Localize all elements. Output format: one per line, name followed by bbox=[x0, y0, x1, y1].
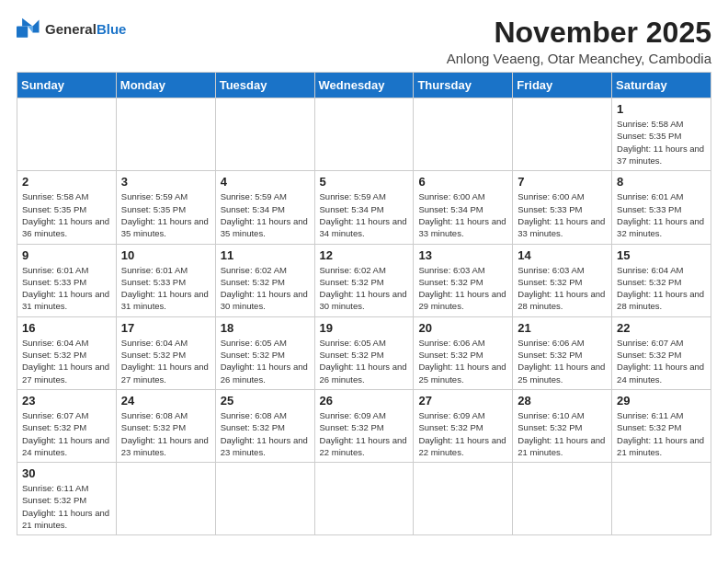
logo-text: GeneralBlue bbox=[45, 22, 126, 38]
calendar-day-cell: 28Sunrise: 6:10 AM Sunset: 5:32 PM Dayli… bbox=[513, 389, 612, 462]
calendar-day-cell: 15Sunrise: 6:04 AM Sunset: 5:32 PM Dayli… bbox=[612, 244, 711, 316]
day-number: 30 bbox=[22, 466, 111, 480]
calendar-day-cell: 14Sunrise: 6:03 AM Sunset: 5:32 PM Dayli… bbox=[513, 244, 612, 316]
day-info: Sunrise: 5:58 AM Sunset: 5:35 PM Dayligh… bbox=[22, 190, 111, 239]
calendar-day-cell: 7Sunrise: 6:00 AM Sunset: 5:33 PM Daylig… bbox=[513, 171, 612, 244]
calendar-week-row: 9Sunrise: 6:01 AM Sunset: 5:33 PM Daylig… bbox=[17, 244, 711, 316]
day-info: Sunrise: 5:59 AM Sunset: 5:34 PM Dayligh… bbox=[221, 190, 310, 239]
calendar-day-header: Friday bbox=[513, 73, 612, 98]
day-number: 29 bbox=[617, 394, 706, 408]
calendar-day-cell bbox=[513, 98, 612, 171]
day-number: 20 bbox=[418, 321, 507, 335]
day-number: 26 bbox=[320, 394, 409, 408]
day-info: Sunrise: 6:05 AM Sunset: 5:32 PM Dayligh… bbox=[320, 337, 409, 385]
day-info: Sunrise: 6:08 AM Sunset: 5:32 PM Dayligh… bbox=[221, 409, 310, 458]
calendar-week-row: 23Sunrise: 6:07 AM Sunset: 5:32 PM Dayli… bbox=[17, 389, 711, 462]
day-info: Sunrise: 6:06 AM Sunset: 5:32 PM Dayligh… bbox=[518, 337, 607, 385]
calendar-day-cell: 23Sunrise: 6:07 AM Sunset: 5:32 PM Dayli… bbox=[17, 389, 117, 462]
page: GeneralBlue November 2025 Anlong Veaeng,… bbox=[0, 0, 728, 545]
logo-blue-text: Blue bbox=[97, 21, 127, 37]
svg-rect-0 bbox=[17, 27, 28, 38]
calendar-day-header: Thursday bbox=[414, 73, 513, 98]
calendar-week-row: 1Sunrise: 5:58 AM Sunset: 5:35 PM Daylig… bbox=[17, 98, 711, 171]
day-number: 16 bbox=[22, 321, 111, 335]
day-number: 13 bbox=[418, 248, 507, 262]
calendar-day-cell: 11Sunrise: 6:02 AM Sunset: 5:32 PM Dayli… bbox=[215, 244, 314, 316]
day-info: Sunrise: 6:11 AM Sunset: 5:32 PM Dayligh… bbox=[617, 409, 706, 458]
logo-icon bbox=[17, 17, 42, 42]
day-info: Sunrise: 6:02 AM Sunset: 5:32 PM Dayligh… bbox=[320, 264, 409, 313]
calendar-day-cell: 4Sunrise: 5:59 AM Sunset: 5:34 PM Daylig… bbox=[215, 171, 314, 244]
day-info: Sunrise: 6:07 AM Sunset: 5:32 PM Dayligh… bbox=[22, 409, 111, 458]
calendar-day-cell: 29Sunrise: 6:11 AM Sunset: 5:32 PM Dayli… bbox=[612, 389, 711, 462]
day-info: Sunrise: 6:02 AM Sunset: 5:32 PM Dayligh… bbox=[221, 264, 310, 313]
calendar-day-cell: 8Sunrise: 6:01 AM Sunset: 5:33 PM Daylig… bbox=[612, 171, 711, 244]
day-info: Sunrise: 6:03 AM Sunset: 5:32 PM Dayligh… bbox=[418, 264, 507, 313]
calendar-day-cell: 27Sunrise: 6:09 AM Sunset: 5:32 PM Dayli… bbox=[414, 389, 513, 462]
calendar-day-header: Sunday bbox=[17, 73, 117, 98]
calendar-day-cell: 20Sunrise: 6:06 AM Sunset: 5:32 PM Dayli… bbox=[414, 316, 513, 389]
day-number: 12 bbox=[320, 248, 409, 262]
day-number: 21 bbox=[518, 321, 607, 335]
calendar-day-cell: 25Sunrise: 6:08 AM Sunset: 5:32 PM Dayli… bbox=[215, 389, 314, 462]
day-number: 9 bbox=[22, 248, 111, 262]
day-number: 8 bbox=[617, 175, 706, 189]
calendar-day-cell bbox=[17, 98, 117, 171]
day-info: Sunrise: 6:09 AM Sunset: 5:32 PM Dayligh… bbox=[320, 409, 409, 458]
location-title: Anlong Veaeng, Otar Meanchey, Cambodia bbox=[447, 51, 711, 66]
calendar-day-cell bbox=[116, 463, 215, 535]
day-number: 1 bbox=[617, 102, 706, 116]
day-number: 4 bbox=[221, 175, 310, 189]
calendar-day-header: Saturday bbox=[612, 73, 711, 98]
day-number: 25 bbox=[221, 394, 310, 408]
calendar-day-cell: 24Sunrise: 6:08 AM Sunset: 5:32 PM Dayli… bbox=[116, 389, 215, 462]
calendar-day-cell bbox=[215, 463, 314, 535]
day-info: Sunrise: 6:00 AM Sunset: 5:33 PM Dayligh… bbox=[518, 190, 607, 239]
calendar-day-cell: 21Sunrise: 6:06 AM Sunset: 5:32 PM Dayli… bbox=[513, 316, 612, 389]
day-info: Sunrise: 6:04 AM Sunset: 5:32 PM Dayligh… bbox=[22, 337, 111, 385]
day-number: 2 bbox=[22, 175, 111, 189]
calendar-day-cell: 22Sunrise: 6:07 AM Sunset: 5:32 PM Dayli… bbox=[612, 316, 711, 389]
calendar-day-cell bbox=[414, 463, 513, 535]
calendar-day-cell: 16Sunrise: 6:04 AM Sunset: 5:32 PM Dayli… bbox=[17, 316, 117, 389]
day-info: Sunrise: 6:11 AM Sunset: 5:32 PM Dayligh… bbox=[22, 482, 111, 531]
calendar-day-cell: 17Sunrise: 6:04 AM Sunset: 5:32 PM Dayli… bbox=[116, 316, 215, 389]
header: GeneralBlue November 2025 Anlong Veaeng,… bbox=[17, 17, 711, 66]
calendar-day-cell bbox=[314, 98, 414, 171]
calendar-day-cell bbox=[116, 98, 215, 171]
day-number: 14 bbox=[518, 248, 607, 262]
day-number: 19 bbox=[320, 321, 409, 335]
calendar-week-row: 30Sunrise: 6:11 AM Sunset: 5:32 PM Dayli… bbox=[17, 463, 711, 535]
calendar-day-cell bbox=[612, 463, 711, 535]
day-info: Sunrise: 5:59 AM Sunset: 5:35 PM Dayligh… bbox=[121, 190, 210, 239]
day-info: Sunrise: 6:09 AM Sunset: 5:32 PM Dayligh… bbox=[418, 409, 507, 458]
day-number: 11 bbox=[221, 248, 310, 262]
calendar-day-cell: 5Sunrise: 5:59 AM Sunset: 5:34 PM Daylig… bbox=[314, 171, 414, 244]
calendar-day-cell bbox=[215, 98, 314, 171]
calendar-day-cell: 10Sunrise: 6:01 AM Sunset: 5:33 PM Dayli… bbox=[116, 244, 215, 316]
calendar-day-cell: 30Sunrise: 6:11 AM Sunset: 5:32 PM Dayli… bbox=[17, 463, 117, 535]
day-number: 10 bbox=[121, 248, 210, 262]
day-info: Sunrise: 6:04 AM Sunset: 5:32 PM Dayligh… bbox=[617, 264, 706, 313]
month-title: November 2025 bbox=[447, 17, 711, 49]
day-number: 18 bbox=[221, 321, 310, 335]
calendar-day-cell: 6Sunrise: 6:00 AM Sunset: 5:34 PM Daylig… bbox=[414, 171, 513, 244]
calendar-day-header: Wednesday bbox=[314, 73, 414, 98]
day-number: 23 bbox=[22, 394, 111, 408]
calendar-day-cell: 18Sunrise: 6:05 AM Sunset: 5:32 PM Dayli… bbox=[215, 316, 314, 389]
day-number: 27 bbox=[418, 394, 507, 408]
day-info: Sunrise: 6:00 AM Sunset: 5:34 PM Dayligh… bbox=[418, 190, 507, 239]
day-info: Sunrise: 6:06 AM Sunset: 5:32 PM Dayligh… bbox=[418, 337, 507, 385]
calendar-day-cell bbox=[414, 98, 513, 171]
day-info: Sunrise: 6:03 AM Sunset: 5:32 PM Dayligh… bbox=[518, 264, 607, 313]
title-area: November 2025 Anlong Veaeng, Otar Meanch… bbox=[447, 17, 711, 66]
calendar-header-row: SundayMondayTuesdayWednesdayThursdayFrid… bbox=[17, 73, 711, 98]
day-number: 5 bbox=[320, 175, 409, 189]
calendar-day-cell bbox=[314, 463, 414, 535]
day-number: 22 bbox=[617, 321, 706, 335]
calendar-day-header: Tuesday bbox=[215, 73, 314, 98]
day-info: Sunrise: 6:10 AM Sunset: 5:32 PM Dayligh… bbox=[518, 409, 607, 458]
calendar-day-header: Monday bbox=[116, 73, 215, 98]
day-number: 6 bbox=[418, 175, 507, 189]
day-info: Sunrise: 6:07 AM Sunset: 5:32 PM Dayligh… bbox=[617, 337, 706, 385]
